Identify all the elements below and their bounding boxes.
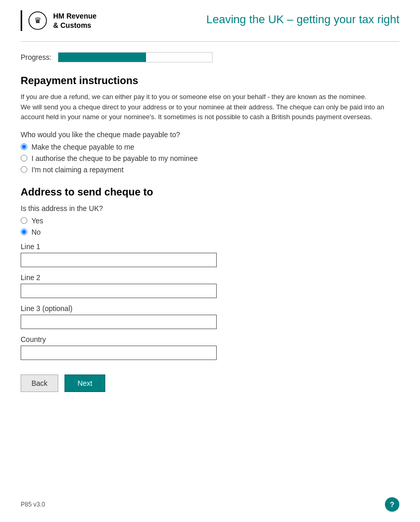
repayment-heading: Repayment instructions — [21, 75, 399, 87]
page-wrapper: ♛ HM Revenue & Customs Leaving the UK – … — [0, 0, 420, 522]
logo-text: HM Revenue & Customs — [53, 11, 96, 30]
radio-nominee[interactable] — [21, 155, 27, 161]
svg-text:♛: ♛ — [34, 16, 41, 25]
repayment-info: If you are due a refund, we can either p… — [21, 92, 399, 122]
radio-yes[interactable] — [21, 217, 27, 224]
footer-version: P85 v3.0 — [21, 501, 45, 508]
radio-no[interactable] — [21, 229, 27, 235]
radio-option-not-claiming[interactable]: I'm not claiming a repayment — [21, 166, 399, 174]
radio-option-nominee[interactable]: I authorise the cheque to be payable to … — [21, 154, 399, 162]
radio-no-label: No — [31, 228, 41, 236]
repayment-section: Repayment instructions If you are due a … — [21, 75, 399, 174]
line2-label: Line 2 — [21, 273, 399, 282]
button-row: Back Next — [21, 374, 399, 392]
line3-label: Line 3 (optional) — [21, 304, 399, 313]
footer-help-icon[interactable]: ? — [385, 497, 399, 512]
line1-label: Line 1 — [21, 242, 399, 251]
line2-input[interactable] — [21, 284, 217, 298]
address-section: Address to send cheque to Is this addres… — [21, 186, 399, 360]
back-button[interactable]: Back — [21, 374, 58, 392]
progress-row: Progress: — [21, 52, 399, 62]
logo-area: ♛ HM Revenue & Customs — [21, 10, 96, 31]
progress-bar-container — [58, 52, 213, 62]
country-input[interactable] — [21, 346, 217, 360]
radio-not-claiming-label: I'm not claiming a repayment — [31, 166, 124, 174]
radio-me-label: Make the cheque payable to me — [31, 143, 134, 151]
radio-option-no[interactable]: No — [21, 228, 399, 236]
hmrc-crest-icon: ♛ — [27, 10, 48, 31]
page-title: Leaving the UK – getting your tax right — [206, 10, 399, 26]
line1-input[interactable] — [21, 253, 217, 267]
progress-bar-fill — [58, 53, 146, 62]
line3-input[interactable] — [21, 315, 217, 329]
radio-nominee-label: I authorise the cheque to be payable to … — [31, 154, 198, 162]
radio-yes-label: Yes — [31, 217, 43, 225]
progress-label: Progress: — [21, 53, 52, 61]
next-button[interactable]: Next — [64, 374, 105, 392]
radio-me[interactable] — [21, 143, 27, 150]
uk-question: Is this address in the UK? — [21, 204, 399, 213]
cheque-question: Who would you like the cheque made payab… — [21, 130, 399, 139]
radio-option-me[interactable]: Make the cheque payable to me — [21, 143, 399, 151]
country-label: Country — [21, 335, 399, 344]
page-footer: P85 v3.0 ? — [21, 497, 399, 512]
radio-not-claiming[interactable] — [21, 166, 27, 173]
header: ♛ HM Revenue & Customs Leaving the UK – … — [21, 10, 399, 42]
address-heading: Address to send cheque to — [21, 186, 399, 198]
radio-option-yes[interactable]: Yes — [21, 217, 399, 225]
